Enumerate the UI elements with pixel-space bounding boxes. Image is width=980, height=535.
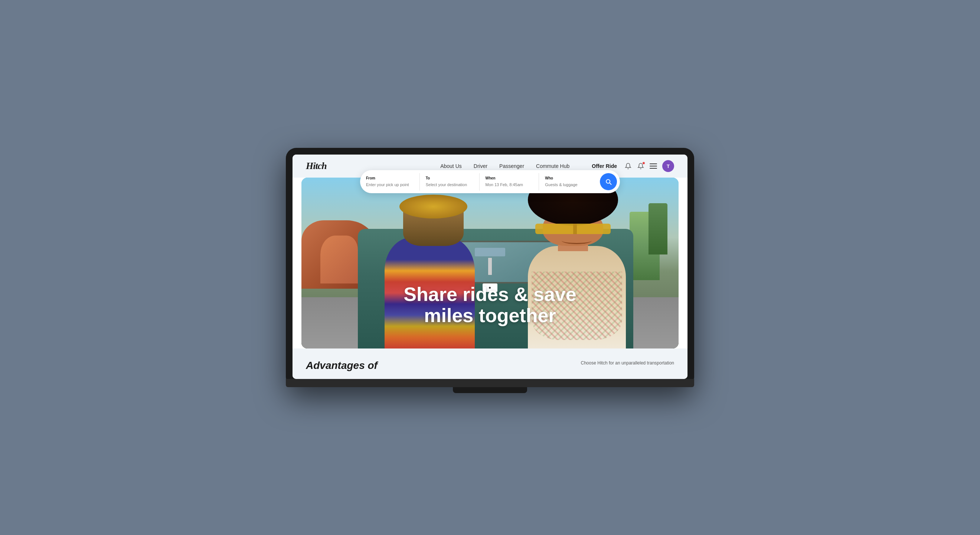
notification-dot (642, 161, 645, 164)
hero-line2: miles together (424, 305, 556, 326)
bottom-section: Advantages of Choose Hitch for an unpara… (293, 348, 687, 379)
bell-notification-icon[interactable] (637, 162, 644, 170)
offer-ride-button[interactable]: Offer Ride (592, 163, 617, 169)
hero-headline: Share rides & save miles together (404, 284, 576, 326)
hero-section: Share rides & save miles together (301, 177, 679, 348)
who-input[interactable] (545, 182, 592, 187)
search-button[interactable] (600, 173, 617, 190)
advantages-title: Advantages of (306, 359, 377, 372)
nav-commute-hub[interactable]: Commute Hub (536, 163, 570, 169)
advantages-desc: Choose Hitch for an unparalleled transpo… (581, 359, 674, 366)
to-field: To (420, 173, 480, 191)
to-input[interactable] (426, 182, 473, 187)
from-input[interactable] (366, 182, 414, 187)
hero-text: Share rides & save miles together (404, 284, 576, 326)
nav-about[interactable]: About Us (440, 163, 462, 169)
who-label: Who (545, 176, 592, 180)
brand-logo[interactable]: Hitch (306, 161, 327, 172)
laptop-bottom-bar (286, 379, 694, 387)
from-field: From (360, 173, 420, 191)
avatar[interactable]: T (662, 160, 674, 172)
menu-icon[interactable] (650, 162, 657, 170)
who-field: Who (539, 173, 598, 191)
search-bar-wrapper: From To When Who (360, 170, 620, 193)
when-label: When (485, 176, 533, 180)
bell-icon[interactable] (624, 162, 632, 170)
from-label: From (366, 176, 414, 180)
search-bar: From To When Who (360, 170, 620, 193)
to-label: To (426, 176, 473, 180)
when-input[interactable] (485, 182, 533, 187)
when-field: When (480, 173, 539, 191)
laptop-screen: Hitch About Us Driver Passenger Commute … (293, 155, 687, 379)
laptop-frame: Hitch About Us Driver Passenger Commute … (286, 148, 694, 387)
nav-links: About Us Driver Passenger Commute Hub (440, 163, 570, 169)
nav-passenger[interactable]: Passenger (499, 163, 524, 169)
hero-line1: Share rides & save (404, 283, 576, 305)
nav-driver[interactable]: Driver (474, 163, 487, 169)
hero-image: Share rides & save miles together (301, 177, 679, 348)
